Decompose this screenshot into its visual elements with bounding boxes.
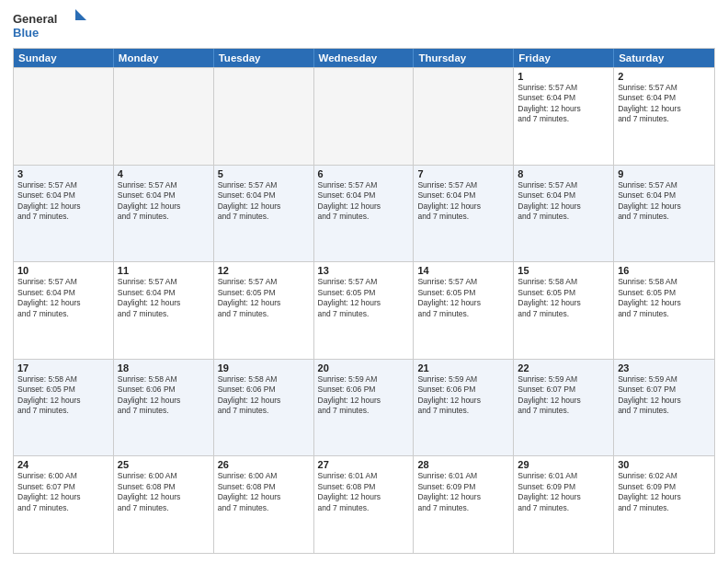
day-number: 16 bbox=[618, 265, 711, 276]
calendar-cell: 30Sunrise: 6:02 AM Sunset: 6:09 PM Dayli… bbox=[614, 456, 714, 553]
day-info: Sunrise: 5:57 AM Sunset: 6:04 PM Dayligh… bbox=[17, 180, 109, 223]
calendar-row: 10Sunrise: 5:57 AM Sunset: 6:04 PM Dayli… bbox=[14, 261, 714, 359]
calendar-cell: 20Sunrise: 5:59 AM Sunset: 6:06 PM Dayli… bbox=[314, 360, 415, 456]
calendar-cell: 13Sunrise: 5:57 AM Sunset: 6:05 PM Dayli… bbox=[314, 262, 415, 359]
calendar-row: 1Sunrise: 5:57 AM Sunset: 6:04 PM Daylig… bbox=[14, 67, 714, 165]
day-number: 30 bbox=[618, 459, 711, 470]
day-number: 24 bbox=[17, 459, 109, 470]
day-number: 9 bbox=[618, 168, 711, 179]
calendar-cell: 21Sunrise: 5:59 AM Sunset: 6:06 PM Dayli… bbox=[414, 360, 514, 456]
calendar-row: 24Sunrise: 6:00 AM Sunset: 6:07 PM Dayli… bbox=[14, 455, 714, 553]
calendar-cell: 29Sunrise: 6:01 AM Sunset: 6:09 PM Dayli… bbox=[514, 456, 614, 553]
day-info: Sunrise: 5:59 AM Sunset: 6:07 PM Dayligh… bbox=[518, 374, 609, 417]
calendar-cell: 28Sunrise: 6:01 AM Sunset: 6:09 PM Dayli… bbox=[414, 456, 514, 553]
calendar-header: SundayMondayTuesdayWednesdayThursdayFrid… bbox=[14, 49, 714, 67]
day-number: 2 bbox=[618, 71, 711, 82]
day-number: 17 bbox=[17, 362, 109, 373]
weekday-header: Wednesday bbox=[314, 49, 415, 67]
day-number: 7 bbox=[417, 168, 509, 179]
calendar-cell: 12Sunrise: 5:57 AM Sunset: 6:05 PM Dayli… bbox=[214, 262, 314, 359]
day-info: Sunrise: 6:01 AM Sunset: 6:09 PM Dayligh… bbox=[518, 471, 609, 513]
calendar-cell: 1Sunrise: 5:57 AM Sunset: 6:04 PM Daylig… bbox=[514, 68, 614, 165]
calendar: SundayMondayTuesdayWednesdayThursdayFrid… bbox=[13, 48, 715, 554]
calendar-cell: 2Sunrise: 5:57 AM Sunset: 6:04 PM Daylig… bbox=[614, 68, 714, 165]
weekday-header: Tuesday bbox=[214, 49, 314, 67]
calendar-cell: 9Sunrise: 5:57 AM Sunset: 6:04 PM Daylig… bbox=[614, 166, 714, 262]
day-info: Sunrise: 5:57 AM Sunset: 6:05 PM Dayligh… bbox=[417, 277, 509, 319]
calendar-cell bbox=[14, 68, 114, 165]
day-info: Sunrise: 5:57 AM Sunset: 6:04 PM Dayligh… bbox=[318, 180, 410, 223]
day-number: 25 bbox=[118, 459, 210, 470]
svg-marker-2 bbox=[75, 9, 86, 20]
day-number: 21 bbox=[417, 362, 509, 373]
logo-svg: General Blue bbox=[13, 9, 86, 42]
calendar-cell: 27Sunrise: 6:01 AM Sunset: 6:08 PM Dayli… bbox=[314, 456, 415, 553]
day-info: Sunrise: 5:58 AM Sunset: 6:06 PM Dayligh… bbox=[118, 374, 210, 417]
day-number: 11 bbox=[118, 265, 210, 276]
calendar-row: 3Sunrise: 5:57 AM Sunset: 6:04 PM Daylig… bbox=[14, 165, 714, 262]
calendar-cell: 17Sunrise: 5:58 AM Sunset: 6:05 PM Dayli… bbox=[14, 360, 114, 456]
calendar-cell: 23Sunrise: 5:59 AM Sunset: 6:07 PM Dayli… bbox=[614, 360, 714, 456]
day-info: Sunrise: 5:57 AM Sunset: 6:04 PM Dayligh… bbox=[118, 277, 210, 319]
day-number: 12 bbox=[218, 265, 310, 276]
day-info: Sunrise: 5:57 AM Sunset: 6:04 PM Dayligh… bbox=[417, 180, 509, 223]
day-info: Sunrise: 6:00 AM Sunset: 6:08 PM Dayligh… bbox=[218, 471, 310, 513]
calendar-cell: 8Sunrise: 5:57 AM Sunset: 6:04 PM Daylig… bbox=[514, 166, 614, 262]
day-number: 29 bbox=[518, 459, 609, 470]
calendar-cell: 11Sunrise: 5:57 AM Sunset: 6:04 PM Dayli… bbox=[114, 262, 214, 359]
day-info: Sunrise: 5:57 AM Sunset: 6:04 PM Dayligh… bbox=[618, 83, 711, 125]
day-info: Sunrise: 5:57 AM Sunset: 6:05 PM Dayligh… bbox=[218, 277, 310, 319]
calendar-cell bbox=[414, 68, 514, 165]
day-info: Sunrise: 6:00 AM Sunset: 6:08 PM Dayligh… bbox=[118, 471, 210, 513]
calendar-cell: 19Sunrise: 5:58 AM Sunset: 6:06 PM Dayli… bbox=[214, 360, 314, 456]
weekday-header: Thursday bbox=[414, 49, 514, 67]
day-info: Sunrise: 5:57 AM Sunset: 6:04 PM Dayligh… bbox=[518, 180, 609, 223]
calendar-row: 17Sunrise: 5:58 AM Sunset: 6:05 PM Dayli… bbox=[14, 359, 714, 456]
day-number: 5 bbox=[218, 168, 310, 179]
calendar-cell: 18Sunrise: 5:58 AM Sunset: 6:06 PM Dayli… bbox=[114, 360, 214, 456]
day-info: Sunrise: 5:59 AM Sunset: 6:06 PM Dayligh… bbox=[417, 374, 509, 417]
weekday-header: Sunday bbox=[14, 49, 114, 67]
day-number: 14 bbox=[417, 265, 509, 276]
day-info: Sunrise: 6:00 AM Sunset: 6:07 PM Dayligh… bbox=[17, 471, 109, 513]
calendar-cell bbox=[214, 68, 314, 165]
day-info: Sunrise: 5:58 AM Sunset: 6:05 PM Dayligh… bbox=[518, 277, 609, 319]
logo: General Blue bbox=[13, 9, 86, 42]
day-number: 15 bbox=[518, 265, 609, 276]
day-number: 13 bbox=[318, 265, 410, 276]
day-info: Sunrise: 5:57 AM Sunset: 6:05 PM Dayligh… bbox=[318, 277, 410, 319]
calendar-cell bbox=[314, 68, 415, 165]
day-info: Sunrise: 6:01 AM Sunset: 6:09 PM Dayligh… bbox=[417, 471, 509, 513]
day-info: Sunrise: 5:57 AM Sunset: 6:04 PM Dayligh… bbox=[218, 180, 310, 223]
calendar-body: 1Sunrise: 5:57 AM Sunset: 6:04 PM Daylig… bbox=[14, 67, 714, 553]
day-number: 18 bbox=[118, 362, 210, 373]
calendar-cell: 14Sunrise: 5:57 AM Sunset: 6:05 PM Dayli… bbox=[414, 262, 514, 359]
day-number: 23 bbox=[618, 362, 711, 373]
day-number: 3 bbox=[17, 168, 109, 179]
day-info: Sunrise: 5:57 AM Sunset: 6:04 PM Dayligh… bbox=[17, 277, 109, 319]
calendar-cell: 6Sunrise: 5:57 AM Sunset: 6:04 PM Daylig… bbox=[314, 166, 415, 262]
day-info: Sunrise: 5:58 AM Sunset: 6:06 PM Dayligh… bbox=[218, 374, 310, 417]
calendar-cell: 26Sunrise: 6:00 AM Sunset: 6:08 PM Dayli… bbox=[214, 456, 314, 553]
day-number: 22 bbox=[518, 362, 609, 373]
calendar-cell: 16Sunrise: 5:58 AM Sunset: 6:05 PM Dayli… bbox=[614, 262, 714, 359]
day-number: 26 bbox=[218, 459, 310, 470]
calendar-cell: 3Sunrise: 5:57 AM Sunset: 6:04 PM Daylig… bbox=[14, 166, 114, 262]
day-info: Sunrise: 6:02 AM Sunset: 6:09 PM Dayligh… bbox=[618, 471, 711, 513]
calendar-cell: 5Sunrise: 5:57 AM Sunset: 6:04 PM Daylig… bbox=[214, 166, 314, 262]
day-info: Sunrise: 6:01 AM Sunset: 6:08 PM Dayligh… bbox=[318, 471, 410, 513]
svg-text:Blue: Blue bbox=[13, 26, 39, 40]
day-info: Sunrise: 5:59 AM Sunset: 6:07 PM Dayligh… bbox=[618, 374, 711, 417]
day-info: Sunrise: 5:58 AM Sunset: 6:05 PM Dayligh… bbox=[17, 374, 109, 417]
day-number: 4 bbox=[118, 168, 210, 179]
day-info: Sunrise: 5:59 AM Sunset: 6:06 PM Dayligh… bbox=[318, 374, 410, 417]
day-info: Sunrise: 5:57 AM Sunset: 6:04 PM Dayligh… bbox=[518, 83, 609, 125]
day-info: Sunrise: 5:57 AM Sunset: 6:04 PM Dayligh… bbox=[618, 180, 711, 223]
day-number: 10 bbox=[17, 265, 109, 276]
calendar-cell: 25Sunrise: 6:00 AM Sunset: 6:08 PM Dayli… bbox=[114, 456, 214, 553]
svg-text:General: General bbox=[13, 12, 57, 26]
day-number: 27 bbox=[318, 459, 410, 470]
weekday-header: Monday bbox=[114, 49, 214, 67]
day-number: 1 bbox=[518, 71, 609, 82]
page-header: General Blue bbox=[13, 9, 715, 42]
